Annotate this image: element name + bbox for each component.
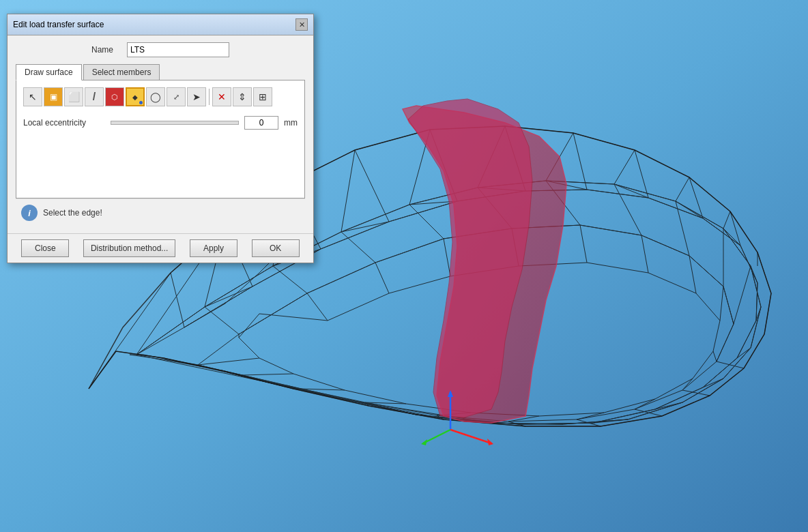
- eccentricity-label: Local eccentricity: [23, 118, 105, 128]
- eccentricity-value[interactable]: [244, 116, 278, 130]
- button-row: Close Distribution method... Apply OK: [8, 233, 313, 263]
- name-row: Name: [16, 42, 305, 57]
- ok-button[interactable]: OK: [252, 239, 300, 257]
- tool-arrow[interactable]: ➤: [187, 87, 206, 106]
- tool-line[interactable]: /: [85, 87, 104, 106]
- tool-grid[interactable]: ⊞: [253, 87, 272, 106]
- dialog-title: Edit load transfer surface: [13, 20, 104, 29]
- tool-3d-shape[interactable]: ⬡: [105, 87, 124, 106]
- eccentricity-row: Local eccentricity mm: [22, 113, 299, 132]
- tool-circle[interactable]: ◯: [146, 87, 165, 106]
- toolbar-separator: [209, 89, 210, 105]
- apply-button[interactable]: Apply: [190, 239, 237, 257]
- name-label: Name: [91, 45, 113, 55]
- tool-cursor[interactable]: ↖: [23, 87, 42, 106]
- tab-content: ↖ ▣ ⬜ / ⬡ ◆ ◯ ⤢ ➤: [16, 80, 305, 198]
- eccentricity-unit: mm: [284, 118, 298, 128]
- tab-draw-surface[interactable]: Draw surface: [16, 64, 82, 80]
- info-message: Select the edge!: [43, 208, 102, 218]
- tool-box-orange[interactable]: ▣: [44, 87, 63, 106]
- tool-polygon-active[interactable]: ◆: [126, 87, 145, 106]
- drawing-area: [22, 138, 299, 192]
- close-button-x[interactable]: ✕: [295, 18, 308, 31]
- distribution-method-button[interactable]: Distribution method...: [83, 239, 175, 257]
- tool-delete[interactable]: ✕: [212, 87, 231, 106]
- edit-load-transfer-dialog: Edit load transfer surface ✕ Name Draw s…: [7, 14, 314, 263]
- eccentricity-slider[interactable]: [111, 121, 239, 125]
- tool-rectangle[interactable]: ⬜: [64, 87, 83, 106]
- tool-vertical[interactable]: ⇕: [233, 87, 252, 106]
- dialog-titlebar: Edit load transfer surface ✕: [8, 14, 313, 35]
- info-area: i Select the edge!: [16, 198, 305, 226]
- close-button[interactable]: Close: [21, 239, 69, 257]
- tab-bar: Draw surface Select members: [16, 64, 305, 80]
- toolbar: ↖ ▣ ⬜ / ⬡ ◆ ◯ ⤢ ➤: [22, 86, 299, 108]
- tab-select-members[interactable]: Select members: [83, 64, 160, 80]
- tool-move[interactable]: ⤢: [167, 87, 186, 106]
- info-icon: i: [21, 205, 38, 221]
- name-input[interactable]: [127, 42, 229, 57]
- dialog-body: Name Draw surface Select members ↖ ▣ ⬜: [8, 35, 313, 233]
